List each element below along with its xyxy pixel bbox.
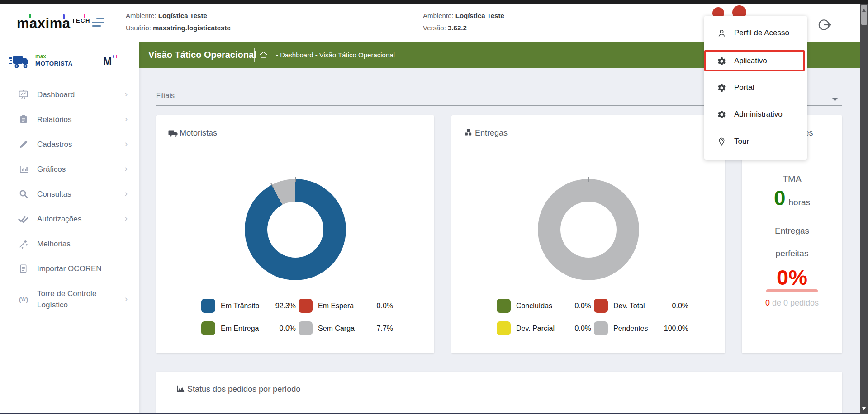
- usuario-label: Usuário:: [126, 24, 151, 32]
- gear-icon: [717, 56, 726, 66]
- motoristas-card: Motoristas Em Trânsito 92.3% Em Espera 0…: [156, 115, 434, 353]
- status-pedidos-card: Status dos pedidos por período: [156, 372, 842, 414]
- legend-swatch: [594, 321, 608, 335]
- sidebar-item-melhorias[interactable]: Melhorias: [0, 236, 139, 251]
- antenna-icon: ('A'): [17, 293, 29, 306]
- legend-item: Sem Carga 7.7%: [299, 321, 396, 335]
- motoristas-legend: Em Trânsito 92.3% Em Espera 0.0% Em Entr…: [201, 299, 396, 335]
- home-icon[interactable]: [259, 50, 268, 60]
- legend-swatch: [497, 299, 511, 313]
- user-icon: [717, 28, 726, 38]
- scroll-down-icon[interactable]: [862, 407, 866, 410]
- dropdown-caret-icon: [832, 98, 838, 101]
- sidebar-item-cadastros[interactable]: Cadastros ›: [0, 136, 139, 152]
- versao-label: Versão:: [423, 24, 446, 32]
- sidebar-item-label: Torre de Controle Logístico: [37, 288, 114, 310]
- hamburger-menu-icon[interactable]: [92, 18, 104, 28]
- breadcrumb: - Dashboard - Visão Tático Operacional: [276, 42, 395, 68]
- sidebar-item-label: Melhorias: [37, 238, 71, 249]
- gear-icon: [717, 83, 726, 93]
- ambiente-label: Ambiente:: [423, 12, 454, 19]
- sidebar: max MOTORISTA M Dashboard ›: [0, 42, 139, 414]
- sidebar-item-autorizacoes[interactable]: Autorizações ›: [0, 211, 139, 226]
- legend-swatch: [201, 299, 215, 313]
- perfect-deliveries-percent: 0%: [742, 267, 842, 288]
- chevron-right-icon: ›: [125, 164, 128, 174]
- mini-logo-accent-pink: [116, 55, 117, 58]
- chevron-right-icon: ›: [125, 89, 128, 99]
- entregas-card-header: Entregas: [451, 115, 725, 151]
- menu-item-tour[interactable]: Tour: [704, 132, 807, 151]
- scrollbar-up-button[interactable]: [861, 5, 867, 25]
- scroll-up-icon: [862, 9, 866, 12]
- sidebar-item-relatorios[interactable]: Relatórios ›: [0, 112, 139, 127]
- ambiente-label: Ambiente:: [126, 12, 157, 19]
- user-dropdown-menu: Perfil de Acesso Aplicativo Portal: [704, 16, 807, 160]
- menu-item-administrativo[interactable]: Administrativo: [704, 104, 807, 124]
- truck-logo-icon: [9, 54, 31, 70]
- ambiente-value: Logística Teste: [158, 12, 207, 19]
- motoristas-card-header: Motoristas: [156, 115, 434, 151]
- product-name-top: max: [35, 54, 72, 59]
- legend-item: Dev. Total 0.0%: [594, 299, 691, 313]
- truck-icon: [168, 128, 179, 139]
- maxima-tech-logo: maximaTECH: [17, 15, 90, 32]
- mini-logo-accent-blue: [113, 55, 114, 58]
- menu-item-portal[interactable]: Portal: [704, 78, 807, 98]
- menu-item-perfil-de-acesso[interactable]: Perfil de Acesso: [704, 23, 807, 43]
- chevron-right-icon: ›: [125, 139, 128, 149]
- sidebar-item-label: Autorizações: [37, 213, 81, 225]
- sidebar-item-graficos[interactable]: Gráficos ›: [0, 161, 139, 177]
- sidebar-item-consultas[interactable]: Consultas ›: [0, 186, 139, 202]
- motoristas-donut-chart: [245, 179, 346, 280]
- bar-chart-icon: [17, 163, 29, 175]
- legend-item: Concluídas 0.0%: [497, 299, 594, 313]
- environment-user-info: Ambiente: Logística Teste Usuário: maxst…: [126, 9, 231, 34]
- usuario-value: maxstring.logisticateste: [153, 24, 231, 32]
- entregas-card: Entregas Concluídas 0.0% Dev. Total 0.0%: [451, 115, 725, 353]
- legend-swatch: [594, 299, 608, 313]
- status-card-title: Status dos pedidos por período: [187, 385, 300, 394]
- status-card-header: Status dos pedidos por período: [156, 372, 842, 407]
- location-pin-icon: [717, 137, 726, 146]
- tma-value-row: 0 horas: [742, 188, 842, 208]
- tma-label: TMA: [742, 174, 842, 184]
- entregas-donut-chart: [538, 179, 639, 280]
- legend-item: Em Entrega 0.0%: [201, 321, 299, 335]
- orders-count: 0 de 0 pedidos: [742, 298, 842, 308]
- page-title: Visão Tático Operacional: [148, 42, 256, 68]
- motoristas-card-title: Motoristas: [180, 128, 217, 138]
- vertical-scrollbar[interactable]: [860, 4, 868, 414]
- chevron-right-icon: ›: [125, 213, 128, 223]
- tma-value: 0: [774, 188, 786, 208]
- gear-icon: [717, 110, 726, 119]
- sidebar-item-torre-de-controle[interactable]: ('A') Torre de Controle Logístico ›: [0, 286, 139, 312]
- chevron-right-icon: ›: [125, 188, 128, 198]
- sidebar-item-label: Dashboard: [37, 89, 75, 100]
- area-chart-icon: [175, 384, 186, 395]
- versao-value: 3.62.2: [448, 24, 467, 32]
- boxes-icon: [463, 128, 474, 139]
- sidebar-item-importar-ocoren[interactable]: Importar OCOREN: [0, 261, 139, 276]
- window-top-strip: [0, 0, 868, 4]
- clipboard-icon: [17, 113, 29, 126]
- perfect-deliveries-line1: Entregas: [742, 226, 842, 236]
- chevron-right-icon: ›: [125, 114, 128, 124]
- sidebar-item-label: Importar OCOREN: [37, 263, 102, 274]
- double-check-icon: [17, 213, 29, 225]
- entregas-card-title: Entregas: [475, 128, 508, 138]
- title-divider: [254, 48, 255, 62]
- brand-suffix: TECH: [71, 17, 90, 24]
- legend-swatch: [201, 321, 215, 335]
- entregas-legend: Concluídas 0.0% Dev. Total 0.0% Dev. Par…: [497, 299, 691, 335]
- magic-wand-icon: [17, 238, 29, 250]
- percent-underline-bar: [766, 289, 818, 292]
- brand-name: maxima: [17, 15, 70, 31]
- legend-swatch: [299, 321, 313, 335]
- legend-item: Pendentes 100.0%: [594, 321, 691, 335]
- menu-item-aplicativo[interactable]: Aplicativo: [704, 51, 807, 71]
- logout-icon[interactable]: [817, 17, 832, 33]
- sidebar-item-label: Consultas: [37, 188, 71, 200]
- search-icon: [17, 188, 29, 200]
- sidebar-item-dashboard[interactable]: Dashboard ›: [0, 87, 139, 102]
